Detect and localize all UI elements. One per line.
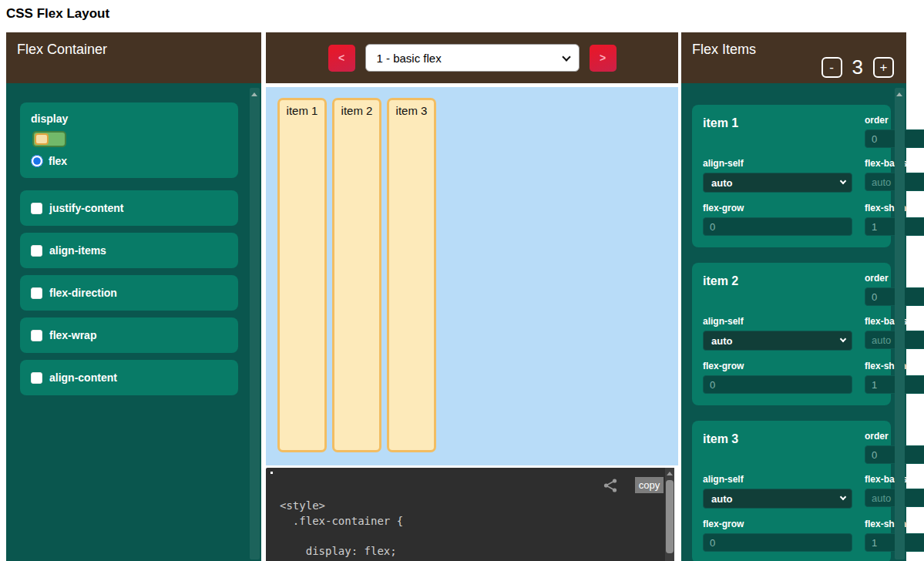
align-content-label: align-content (49, 371, 117, 384)
flex-container-panel-header: Flex Container (6, 32, 261, 83)
display-option-card: display flex (20, 102, 238, 178)
scroll-up-arrow-icon[interactable] (896, 92, 902, 96)
preview-column: < 1 - basic flex > item 1 item 2 item 3 … (266, 32, 678, 561)
flex-container-preview: item 1 item 2 item 3 (266, 87, 678, 465)
prev-scenario-button[interactable]: < (328, 45, 355, 72)
flex-items-panel-header: Flex Items - 3 + (681, 32, 906, 83)
flex-grow-label: flex-grow (703, 519, 852, 529)
scroll-up-arrow-icon[interactable] (667, 472, 673, 475)
scenario-select[interactable]: 1 - basic flex (365, 44, 580, 72)
flex-direction-checkbox[interactable] (31, 287, 42, 299)
code-scrollbar-thumb[interactable] (666, 480, 674, 553)
flex-wrap-label: flex-wrap (49, 329, 96, 341)
align-self-label: align-self (703, 316, 852, 327)
page-title: CSS Flex Layout (6, 6, 109, 22)
align-content-card[interactable]: align-content (20, 360, 238, 395)
align-self-label: align-self (703, 474, 852, 485)
item-1-flex-grow-input[interactable] (703, 217, 852, 236)
flex-items-panel: Flex Items - 3 + item 1 order align-self… (681, 32, 906, 561)
flex-container-panel-body: display flex justify-content align-items… (6, 83, 261, 561)
item-3-align-self-select[interactable]: auto (703, 489, 852, 509)
flex-item-2: item 2 (332, 98, 381, 452)
flex-grow-label: flex-grow (703, 361, 852, 371)
display-toggle[interactable] (32, 131, 66, 147)
copy-button[interactable]: copy (635, 477, 664, 493)
scenario-nav-bar: < 1 - basic flex > (266, 32, 678, 83)
remove-item-button[interactable]: - (822, 57, 842, 78)
flex-wrap-checkbox[interactable] (31, 330, 42, 341)
item-1-card: item 1 order align-self auto flex-basis (692, 105, 891, 247)
display-toggle-knob (35, 133, 49, 145)
flex-container-panel-title: Flex Container (17, 42, 107, 57)
css-code-panel: copy <style> .flex-container { display: … (266, 468, 674, 561)
flex-items-panel-body: item 1 order align-self auto flex-basis (681, 83, 906, 561)
flex-radio-label: flex (49, 155, 67, 167)
justify-content-card[interactable]: justify-content (20, 190, 238, 226)
flex-radio[interactable] (31, 155, 43, 167)
css-code-text: <style> .flex-container { display: flex; (280, 499, 403, 559)
item-2-flex-grow-input[interactable] (703, 375, 852, 394)
flex-direction-label: flex-direction (49, 287, 117, 299)
flex-wrap-card[interactable]: flex-wrap (20, 317, 238, 353)
item-count: 3 (852, 55, 863, 79)
align-content-checkbox[interactable] (31, 372, 42, 384)
flex-item-3: item 3 (387, 98, 436, 452)
flex-container-panel: Flex Container display flex justify-cont… (6, 32, 261, 561)
align-items-checkbox[interactable] (31, 245, 42, 257)
next-scenario-button[interactable]: > (590, 45, 617, 72)
item-3-title: item 3 (703, 431, 852, 464)
justify-content-checkbox[interactable] (31, 203, 42, 214)
flex-direction-card[interactable]: flex-direction (20, 275, 238, 311)
align-items-label: align-items (49, 244, 106, 257)
flex-item-1: item 1 (277, 98, 327, 452)
item-3-card: item 3 order align-self auto flex-basis (692, 421, 891, 561)
code-panel-dot (270, 472, 273, 474)
scroll-up-arrow-icon[interactable] (251, 92, 257, 96)
add-item-button[interactable]: + (873, 57, 894, 78)
align-items-card[interactable]: align-items (20, 233, 238, 268)
justify-content-label: justify-content (49, 202, 123, 214)
code-panel-scrollbar[interactable] (665, 468, 674, 561)
item-3-flex-grow-input[interactable] (703, 533, 852, 552)
share-icon[interactable] (603, 478, 618, 493)
align-self-label: align-self (703, 158, 852, 169)
right-panel-scrollbar[interactable] (895, 88, 905, 559)
flex-grow-label: flex-grow (703, 203, 852, 213)
item-2-title: item 2 (703, 273, 852, 306)
left-panel-scrollbar[interactable] (250, 88, 260, 559)
item-2-card: item 2 order align-self auto flex-basis (692, 263, 891, 405)
item-2-align-self-select[interactable]: auto (703, 331, 852, 351)
item-1-title: item 1 (703, 115, 852, 148)
display-label: display (31, 113, 227, 125)
item-1-align-self-select[interactable]: auto (703, 173, 852, 193)
